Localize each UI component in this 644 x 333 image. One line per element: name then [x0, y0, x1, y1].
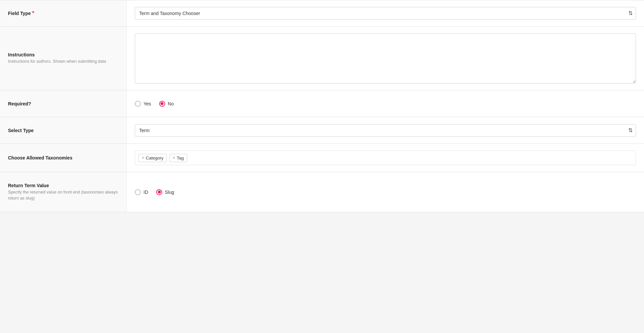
taxonomies-label-col: Choose Allowed Taxonomies	[0, 144, 127, 172]
instructions-label-col: Instructions Instructions for authors. S…	[0, 27, 127, 90]
return-term-id-option[interactable]: ID	[135, 189, 148, 195]
required-label-text: Required?	[8, 101, 31, 106]
required-label-col: Required?	[0, 90, 127, 117]
instructions-label: Instructions	[8, 52, 118, 57]
taxonomy-tag-category: × Category	[138, 154, 167, 162]
taxonomy-tag-category-label: Category	[146, 155, 164, 160]
required-yes-label: Yes	[143, 101, 151, 106]
instructions-sub-label: Instructions for authors. Shown when sub…	[8, 59, 118, 65]
select-type-label-text: Select Type	[8, 128, 34, 133]
field-type-field-col: Term and Taxonomy Chooser ⇅	[127, 0, 644, 26]
field-type-label-col: Field Type *	[0, 0, 127, 26]
taxonomy-tag-tag: × Tag	[170, 154, 187, 162]
remove-category-icon[interactable]: ×	[142, 156, 144, 160]
taxonomies-label-text: Choose Allowed Taxonomies	[8, 155, 72, 160]
select-type-row: Select Type Term Taxonomy ⇅	[0, 117, 644, 144]
remove-tag-icon[interactable]: ×	[173, 156, 175, 160]
select-type-select-wrapper: Term Taxonomy ⇅	[135, 124, 636, 137]
form-container: Field Type * Term and Taxonomy Chooser ⇅…	[0, 0, 644, 333]
return-term-id-circle[interactable]	[135, 189, 141, 195]
return-term-label: Return Term Value	[8, 183, 118, 188]
required-no-circle[interactable]	[159, 101, 165, 107]
field-type-select-wrapper: Term and Taxonomy Chooser ⇅	[135, 7, 636, 20]
taxonomies-field-col: × Category × Tag	[127, 144, 644, 172]
required-no-label: No	[168, 101, 174, 106]
field-type-select[interactable]: Term and Taxonomy Chooser	[135, 7, 636, 20]
return-term-slug-option[interactable]: Slug	[156, 189, 174, 195]
select-type-field-col: Term Taxonomy ⇅	[127, 117, 644, 143]
return-term-field-col: ID Slug	[127, 172, 644, 212]
taxonomies-container[interactable]: × Category × Tag	[135, 150, 636, 165]
required-radio-group: Yes No	[135, 101, 174, 107]
taxonomy-tag-tag-label: Tag	[177, 155, 184, 160]
select-type-label-col: Select Type	[0, 117, 127, 143]
instructions-row: Instructions Instructions for authors. S…	[0, 27, 644, 90]
instructions-label-text: Instructions	[8, 52, 35, 57]
required-yes-circle[interactable]	[135, 101, 141, 107]
field-type-label: Field Type *	[8, 10, 118, 16]
return-term-sub-label: Specify the returned value on front end …	[8, 190, 118, 201]
return-term-label-col: Return Term Value Specify the returned v…	[0, 172, 127, 212]
required-row: Required? Yes No	[0, 90, 644, 117]
required-yes-option[interactable]: Yes	[135, 101, 151, 107]
select-type-select[interactable]: Term Taxonomy	[135, 124, 636, 137]
return-term-slug-circle[interactable]	[156, 189, 162, 195]
return-term-id-label: ID	[143, 190, 148, 195]
required-label: Required?	[8, 101, 118, 106]
required-star: *	[32, 10, 34, 16]
return-term-label-text: Return Term Value	[8, 183, 49, 188]
taxonomies-label: Choose Allowed Taxonomies	[8, 155, 118, 160]
field-type-row: Field Type * Term and Taxonomy Chooser ⇅	[0, 0, 644, 27]
instructions-field-col	[127, 27, 644, 90]
return-term-radio-group: ID Slug	[135, 189, 174, 195]
instructions-textarea[interactable]	[135, 33, 636, 83]
select-type-label: Select Type	[8, 128, 118, 133]
return-term-slug-label: Slug	[165, 190, 174, 195]
field-type-label-text: Field Type	[8, 11, 31, 16]
taxonomies-row: Choose Allowed Taxonomies × Category × T…	[0, 144, 644, 172]
required-field-col: Yes No	[127, 90, 644, 117]
return-term-row: Return Term Value Specify the returned v…	[0, 172, 644, 212]
required-no-option[interactable]: No	[159, 101, 174, 107]
